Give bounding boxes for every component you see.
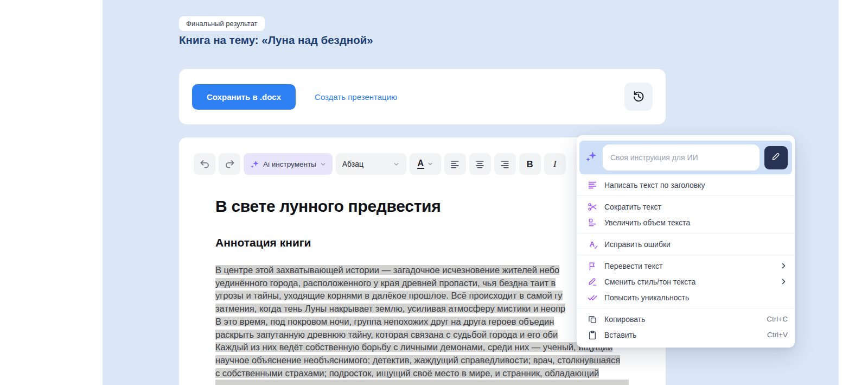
bold-button[interactable]: B (519, 153, 541, 175)
copy-icon (587, 314, 597, 324)
ai-instruction-submit-button[interactable] (764, 146, 788, 169)
history-button[interactable] (624, 83, 653, 111)
chevron-down-icon (393, 161, 400, 168)
paragraph-style-label: Абзац (342, 160, 363, 168)
selected-line[interactable]: В это время, под покровом ночи, группа н… (215, 315, 633, 329)
selected-line[interactable]: Каждый из них ведёт собственную борьбу с… (215, 341, 633, 354)
menu-group: Перевести текст Сменить стиль/тон текста (577, 255, 795, 308)
pencil-icon (587, 276, 597, 287)
chevron-down-icon (320, 161, 327, 168)
shortcut-label: Ctrl+V (767, 331, 788, 339)
align-right-button[interactable] (494, 153, 516, 175)
history-icon (631, 89, 646, 105)
align-center-button[interactable] (469, 153, 491, 175)
text-lines-icon (587, 180, 597, 190)
actions-card: Сохранить в .docx Создать презентацию (179, 69, 666, 124)
menu-item-fix-errors[interactable]: A ✓ Исправить ошибки (577, 236, 795, 252)
selected-line[interactable]: В центре этой захватывающей истории — за… (215, 264, 633, 277)
menu-item-translate-text[interactable]: Перевести текст (577, 258, 795, 274)
chevron-right-icon (780, 277, 788, 286)
selected-line[interactable]: раскрыть запутанную древнюю тайну, котор… (215, 329, 633, 342)
pencil-icon (771, 152, 781, 163)
selected-line[interactable]: уединённого города, расположенного у кра… (215, 277, 633, 290)
selected-line[interactable]: научное объяснение необъяснимого; детект… (215, 354, 633, 367)
document-content[interactable]: В свете лунного предвестия Аннотация кни… (215, 197, 633, 385)
chevron-right-icon (780, 262, 788, 270)
menu-item-increase-uniqueness[interactable]: Повысить уникальность (577, 289, 795, 305)
align-left-icon (450, 159, 460, 169)
ai-instruction-input[interactable] (603, 144, 760, 171)
font-color-icon: A (417, 159, 425, 169)
page-title: Книга на тему: «Луна над бездной» (179, 34, 373, 47)
sparkles-icon (585, 150, 598, 165)
selected-paragraph[interactable]: В центре этой захватывающей истории — за… (215, 264, 633, 385)
italic-button[interactable]: I (544, 153, 566, 175)
spellcheck-icon: A ✓ (587, 239, 597, 249)
double-check-icon (587, 292, 597, 302)
app-canvas: Финальный результат Книга на тему: «Луна… (0, 0, 868, 385)
create-presentation-link[interactable]: Создать презентацию (315, 92, 397, 102)
menu-group: Сократить текст Увеличить объем текста (577, 196, 795, 233)
paragraph-style-dropdown[interactable]: Абзац (336, 153, 406, 175)
shortcut-label: Ctrl+C (767, 315, 788, 323)
redo-icon (224, 159, 235, 170)
result-badge: Финальный результат (179, 16, 265, 31)
align-center-icon (475, 159, 485, 169)
selected-line[interactable]: с собственными страхами; подросток, ищущ… (215, 367, 633, 380)
save-docx-button[interactable]: Сохранить в .docx (192, 84, 296, 110)
selected-line-clipped[interactable] (215, 380, 629, 385)
align-left-button[interactable] (444, 153, 466, 175)
document-heading-2[interactable]: Аннотация книги (215, 236, 633, 249)
menu-item-write-by-heading[interactable]: Написать текст по заголовку (577, 177, 795, 193)
menu-item-change-style[interactable]: Сменить стиль/тон текста (577, 274, 795, 289)
menu-group: Копировать Ctrl+C Вставить Ctrl+V (577, 308, 795, 345)
undo-icon (199, 159, 210, 170)
menu-item-paste[interactable]: Вставить Ctrl+V (577, 327, 795, 343)
menu-group: Написать текст по заголовку (577, 174, 795, 195)
document-heading-1[interactable]: В свете лунного предвестия (215, 197, 633, 216)
redo-button[interactable] (219, 153, 240, 175)
align-right-icon (500, 159, 510, 169)
ai-tools-label: Ai инструменты (263, 160, 316, 168)
menu-item-increase-volume[interactable]: Увеличить объем текста (577, 214, 795, 230)
scissors-icon (587, 201, 597, 212)
ai-tools-dropdown[interactable]: Ai инструменты (244, 153, 333, 175)
expand-text-icon (587, 217, 597, 228)
clipboard-icon (587, 330, 597, 340)
menu-item-shorten-text[interactable]: Сократить текст (577, 199, 795, 214)
ai-instruction-bar (579, 141, 792, 174)
flag-icon (587, 261, 597, 271)
selected-line[interactable]: затмения, когда тень Луны накрывает земл… (215, 302, 633, 315)
selected-line[interactable]: угрозы и тайны, уходящие корнями в далёк… (215, 289, 633, 302)
menu-group: A ✓ Исправить ошибки (577, 233, 795, 255)
menu-item-copy[interactable]: Копировать Ctrl+C (577, 311, 795, 327)
sparkles-icon (250, 159, 260, 169)
undo-button[interactable] (194, 153, 215, 175)
font-color-button[interactable]: A (410, 153, 441, 175)
chevron-down-icon (427, 161, 433, 167)
ai-context-menu: Написать текст по заголовку Сократить те… (577, 135, 795, 348)
